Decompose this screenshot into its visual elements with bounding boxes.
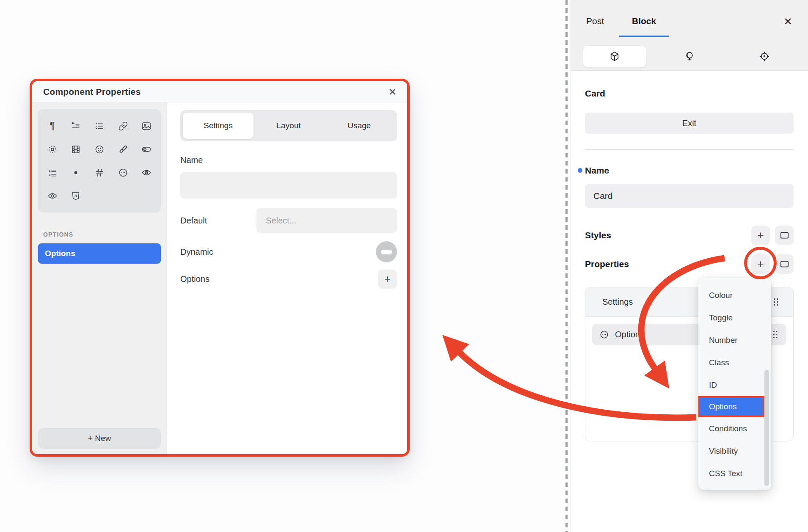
svg-text:2: 2 (49, 173, 51, 177)
dashed-divider (565, 0, 568, 532)
panel-style-button[interactable] (775, 226, 794, 245)
modal-title: Component Properties (43, 87, 141, 97)
close-icon[interactable]: × (784, 14, 792, 28)
dynamic-field-label: Dynamic (180, 247, 213, 257)
panel-property-button[interactable] (775, 254, 794, 274)
list-icon[interactable] (94, 121, 105, 132)
brush-icon[interactable] (118, 144, 129, 155)
target-icon[interactable] (759, 51, 770, 62)
new-property-button[interactable]: + New (38, 428, 161, 449)
hash-icon[interactable] (94, 167, 105, 178)
dynamic-toggle[interactable] (376, 241, 397, 262)
tab-settings[interactable]: Settings (183, 113, 254, 139)
default-select[interactable]: Select... (256, 208, 397, 233)
modal-header: Component Properties × (32, 81, 407, 102)
panel-body: Card Exit Name Card Styles + Properties (571, 88, 808, 441)
panel-header: Post Block × (571, 0, 808, 71)
panel-tabs: Post Block × (571, 0, 808, 42)
sidebar-item-options[interactable]: Options (38, 243, 161, 264)
film-icon[interactable] (70, 144, 81, 155)
toggle-icon[interactable] (141, 144, 152, 155)
paragraph-icon[interactable]: ¶ (47, 121, 58, 132)
svg-text:“: “ (72, 121, 75, 128)
name-field-label: Name (180, 155, 397, 165)
menu-item-colour[interactable]: Colour (698, 284, 771, 306)
active-tab-underline (619, 36, 669, 37)
tab-usage[interactable]: Usage (324, 113, 394, 139)
modal-tabbar: Settings Layout Usage (180, 110, 397, 141)
divider (585, 149, 794, 150)
tab-layout[interactable]: Layout (254, 113, 324, 139)
exit-button[interactable]: Exit (585, 113, 794, 134)
spinner-icon[interactable] (47, 144, 58, 155)
dropdown-scrollbar[interactable] (764, 370, 769, 486)
options-section-label: OPTIONS (43, 231, 156, 238)
modified-dot-icon (578, 168, 582, 173)
properties-heading: Properties (585, 259, 629, 269)
modal-body: ¶ “ (32, 102, 407, 454)
quote-icon[interactable]: “ (70, 121, 81, 132)
name-field-label: Name (585, 165, 794, 176)
drag-handle-icon[interactable] (772, 330, 778, 339)
panel-toolbar (571, 42, 808, 70)
circle-ellipsis-icon (598, 329, 609, 340)
screenshot-canvas: Component Properties × ¶ “ (0, 0, 808, 532)
add-property-button[interactable]: + (751, 254, 770, 274)
modal-content: Settings Layout Usage Name Default Selec… (167, 102, 407, 454)
image-icon[interactable] (141, 121, 152, 132)
smiley-icon[interactable] (94, 144, 105, 155)
cube-icon[interactable] (583, 45, 646, 67)
styles-heading: Styles (585, 230, 611, 240)
add-option-button[interactable]: + (378, 270, 397, 289)
menu-item-visibility[interactable]: Visibility (698, 440, 771, 462)
css3-icon[interactable]: 3 (70, 190, 81, 201)
drag-handle-icon[interactable] (773, 298, 779, 306)
options-field-label: Options (180, 274, 210, 284)
menu-item-css-text[interactable]: CSS Text (698, 462, 771, 485)
block-name-input[interactable]: Card (585, 184, 794, 208)
svg-text:3: 3 (75, 193, 77, 198)
bullet-icon[interactable] (70, 167, 81, 178)
menu-item-id[interactable]: ID (698, 374, 771, 396)
menu-item-number[interactable]: Number (698, 329, 771, 351)
globe-icon[interactable] (684, 51, 695, 62)
circle-ellipsis-icon[interactable] (118, 167, 129, 178)
name-input[interactable] (180, 172, 397, 198)
menu-item-conditions[interactable]: Conditions (698, 417, 771, 440)
default-field-label: Default (180, 216, 207, 226)
properties-section-row: Properties + (585, 254, 794, 274)
block-settings-panel: Post Block × Card Exit (571, 0, 808, 532)
modal-sidebar: ¶ “ (32, 102, 167, 454)
block-title: Card (585, 88, 794, 99)
default-select-placeholder: Select... (266, 216, 296, 226)
dynamic-field-row: Dynamic (180, 241, 397, 262)
property-type-icon-grid: ¶ “ (38, 109, 161, 212)
default-field-row: Default Select... (180, 208, 397, 233)
menu-item-toggle[interactable]: Toggle (698, 306, 771, 329)
menu-item-options[interactable]: Options (698, 396, 764, 417)
tab-post[interactable]: Post (585, 16, 605, 26)
tab-block[interactable]: Block (631, 16, 657, 26)
styles-section-row: Styles + (585, 225, 794, 245)
close-icon[interactable]: × (389, 85, 396, 98)
ordered-list-icon[interactable]: 12 (47, 167, 58, 178)
link-icon[interactable] (118, 121, 129, 132)
menu-item-class[interactable]: Class (698, 351, 771, 374)
eye-badge-icon[interactable] (141, 167, 152, 178)
property-type-dropdown: Colour Toggle Number Class ID Options Co… (698, 278, 771, 490)
component-properties-modal: Component Properties × ¶ “ (30, 79, 410, 457)
eye-icon[interactable] (47, 190, 58, 201)
add-style-button[interactable]: + (751, 226, 770, 245)
svg-text:1: 1 (49, 168, 51, 172)
minus-icon (381, 250, 392, 254)
options-field-row: Options + (180, 270, 397, 289)
